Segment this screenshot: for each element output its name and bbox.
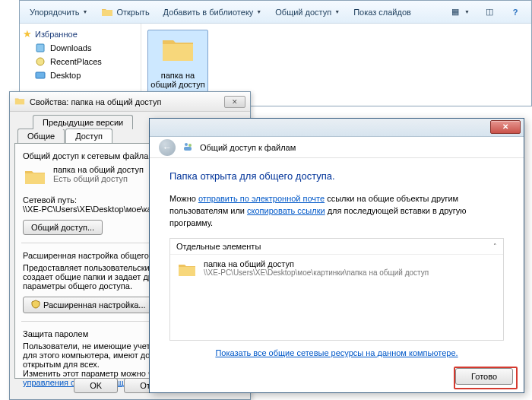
explorer-toolbar: Упорядочить ▼ Открыть Добавить в библиот… [20,1,531,24]
chevron-up-icon[interactable]: ˄ [493,243,497,250]
wizard-nav-title: Общий доступ к файлам [200,143,296,152]
tab-general[interactable]: Общие [17,129,65,143]
open-label: Открыть [116,8,149,17]
chevron-down-icon: ▼ [256,9,261,14]
favorites-header[interactable]: ★ Избранное [23,28,138,40]
wizard-body-text: Можно отправить по электронной почте ссы… [169,192,504,229]
shield-icon [31,300,40,310]
folder-label: папка на общий доступ [149,71,207,89]
share-button[interactable]: Общий доступ... [23,220,103,235]
file-sharing-wizard: ✕ ← Общий доступ к файлам Папка открыта … [149,118,524,393]
chevron-down-icon: ▼ [334,9,340,14]
svg-rect-0 [36,44,44,52]
nav-item-label: Downloads [50,43,91,52]
copy-links-link[interactable]: скопировать ссылки [247,206,325,215]
help-icon: ? [509,6,521,18]
share-folder-name: папка на общий доступ [53,165,144,174]
folder-icon [23,165,47,189]
items-header[interactable]: Отдельные элементы ˄ [170,239,503,255]
arrow-left-icon: ← [163,142,172,153]
shared-item-path: \\XE-PC\Users\XE\Desktop\мое\картинки\па… [204,268,429,277]
email-link[interactable]: отправить по электронной почте [198,194,325,203]
back-button[interactable]: ← [159,139,176,156]
folder-item[interactable]: папка на общий доступ [147,30,208,100]
close-button[interactable]: ✕ [490,120,521,134]
shared-item-row[interactable]: папка на общий доступ \\XE-PC\Users\XE\D… [170,255,503,287]
properties-titlebar[interactable]: Свойства: папка на общий доступ ✕ [10,92,250,112]
svg-point-1 [36,58,44,65]
desktop-icon [35,70,46,81]
share-label: Общий доступ [275,8,331,17]
svg-rect-2 [36,72,45,78]
organize-label: Упорядочить [30,8,79,17]
wizard-titlebar[interactable]: ✕ [150,119,524,137]
panel-icon: ◫ [483,6,496,18]
add-library-button[interactable]: Добавить в библиотеку ▼ [158,5,268,20]
folder-icon [176,259,198,282]
preview-pane-button[interactable]: ◫ [478,3,501,21]
advanced-btn-label: Расширенная настройка... [43,300,146,310]
star-icon: ★ [23,28,32,40]
share-status: Есть общий доступ [53,174,144,183]
svg-rect-5 [184,147,192,151]
show-all-resources-link[interactable]: Показать все общие сетевые ресурсы на да… [215,348,458,357]
nav-item-desktop[interactable]: Desktop [23,68,138,82]
svg-point-4 [188,144,192,147]
chevron-down-icon: ▼ [82,9,87,14]
share-button[interactable]: Общий доступ ▼ [270,5,345,20]
svg-point-3 [185,143,188,146]
people-icon [182,141,194,154]
open-icon [101,6,113,18]
folder-icon [160,31,196,68]
view-icon: ▦ [449,6,461,18]
nav-item-recent[interactable]: RecentPlaces [23,55,138,68]
tab-access[interactable]: Доступ [65,129,112,143]
wizard-nav: ← Общий доступ к файлам [150,137,524,158]
properties-title-text: Свойства: папка на общий доступ [30,97,161,106]
advanced-settings-button[interactable]: Расширенная настройка... [23,297,154,313]
nav-item-label: RecentPlaces [50,57,102,66]
add-library-label: Добавить в библиотеку [163,8,254,17]
recent-icon [35,56,46,67]
organize-button[interactable]: Упорядочить ▼ [24,5,93,20]
explorer-window: Упорядочить ▼ Открыть Добавить в библиот… [19,0,532,106]
slideshow-button[interactable]: Показ слайдов [348,5,416,20]
nav-item-label: Desktop [50,71,81,80]
tab-prev-versions[interactable]: Предыдущие версии [33,115,133,129]
favorites-label: Избранное [35,30,78,39]
done-button[interactable]: Готово [455,368,513,385]
items-box: Отдельные элементы ˄ папка на общий дост… [169,238,504,341]
open-button[interactable]: Открыть [96,3,154,21]
view-button[interactable]: ▦▼ [444,3,475,21]
slideshow-label: Показ слайдов [353,8,411,17]
ok-button[interactable]: OK [74,378,118,393]
help-button[interactable]: ? [504,3,527,21]
downloads-icon [35,43,46,53]
items-header-label: Отдельные элементы [176,242,261,251]
wizard-heading: Папка открыта для общего доступа. [169,170,504,182]
chevron-down-icon: ▼ [464,9,470,14]
close-button[interactable]: ✕ [224,96,245,108]
folder-icon [14,96,25,108]
shared-item-name: папка на общий доступ [204,259,429,268]
nav-item-downloads[interactable]: Downloads [23,41,138,55]
